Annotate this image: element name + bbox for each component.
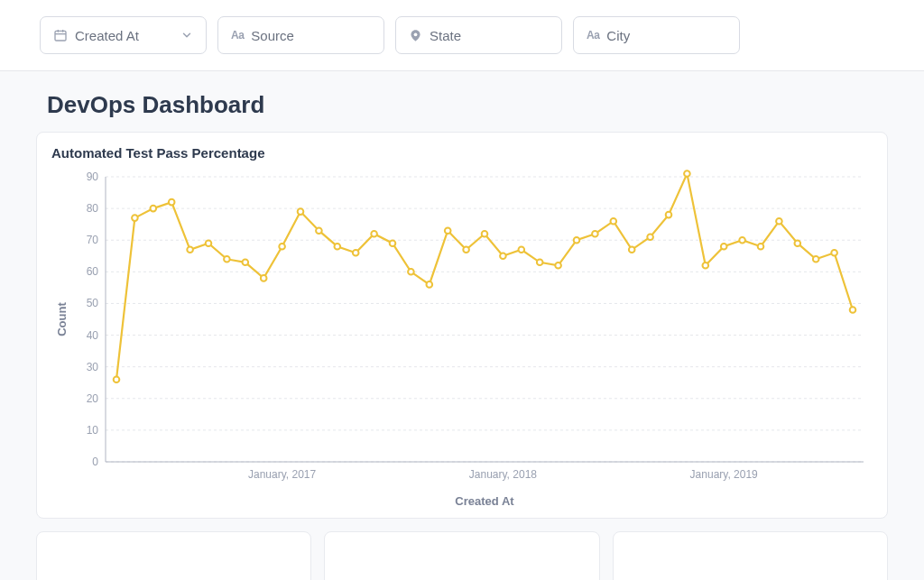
filter-state[interactable]: State: [395, 16, 562, 54]
svg-point-55: [574, 237, 580, 244]
svg-point-62: [703, 262, 709, 269]
page-title: DevOps Dashboard: [47, 91, 888, 119]
svg-point-69: [831, 250, 837, 256]
filter-created-at[interactable]: Created At: [40, 16, 207, 54]
svg-point-39: [279, 244, 285, 250]
svg-point-40: [298, 208, 304, 215]
svg-point-60: [666, 212, 672, 218]
filter-bar: Created At Aa Source State Aa City: [0, 0, 924, 71]
svg-text:30: 30: [87, 361, 99, 373]
svg-text:January, 2018: January, 2018: [469, 468, 537, 481]
svg-point-49: [463, 247, 469, 253]
svg-text:Count: Count: [55, 302, 69, 336]
svg-point-43: [353, 250, 359, 256]
svg-point-42: [335, 244, 341, 250]
svg-point-59: [647, 234, 653, 240]
svg-text:80: 80: [87, 202, 99, 215]
svg-point-58: [629, 247, 635, 253]
text-field-icon: Aa: [587, 29, 599, 41]
filter-label: Source: [251, 28, 371, 43]
svg-text:10: 10: [87, 424, 99, 437]
svg-text:40: 40: [87, 329, 99, 342]
svg-point-66: [776, 218, 782, 225]
svg-point-32: [151, 206, 157, 212]
svg-point-68: [813, 256, 819, 262]
svg-point-52: [519, 247, 525, 253]
svg-text:70: 70: [87, 234, 99, 246]
svg-text:January, 2017: January, 2017: [248, 468, 316, 481]
svg-text:60: 60: [87, 265, 99, 278]
svg-point-45: [390, 240, 396, 246]
filter-label: City: [606, 28, 726, 43]
svg-text:20: 20: [87, 392, 99, 405]
stat-card-3: 48: [613, 531, 888, 580]
filter-label: State: [430, 28, 549, 43]
svg-rect-0: [55, 31, 66, 41]
svg-point-54: [555, 262, 561, 269]
svg-point-41: [316, 227, 322, 234]
svg-point-63: [721, 244, 727, 250]
svg-point-64: [739, 237, 745, 244]
svg-text:January, 2019: January, 2019: [690, 468, 758, 481]
svg-point-48: [445, 227, 451, 234]
svg-point-33: [169, 199, 175, 206]
svg-point-36: [224, 256, 230, 262]
svg-point-4: [414, 32, 418, 36]
svg-point-35: [206, 240, 212, 246]
svg-point-46: [408, 269, 414, 275]
svg-point-51: [500, 253, 506, 260]
svg-point-31: [132, 215, 138, 221]
svg-point-56: [592, 231, 598, 237]
filter-label: Created At: [75, 28, 170, 43]
chart-plot-area: 0102030405060708090January, 2017January,…: [51, 168, 873, 511]
chevron-down-icon: [180, 29, 193, 41]
stat-card-1: 2,500: [36, 531, 311, 580]
svg-point-65: [758, 244, 764, 250]
svg-point-50: [482, 231, 488, 237]
stat-card-2: 0: [324, 531, 599, 580]
svg-point-34: [187, 247, 193, 253]
svg-point-61: [684, 170, 690, 177]
stats-row: 2,500 0 48: [36, 531, 888, 580]
calendar-icon: [53, 28, 68, 42]
svg-point-47: [427, 281, 433, 288]
svg-point-57: [611, 218, 617, 225]
filter-city[interactable]: Aa City: [573, 16, 740, 54]
svg-point-70: [850, 307, 856, 313]
svg-point-37: [243, 260, 249, 266]
location-pin-icon: [409, 29, 422, 42]
svg-point-38: [261, 275, 267, 281]
svg-text:Created At: Created At: [455, 494, 514, 508]
text-field-icon: Aa: [231, 29, 244, 41]
chart-title: Automated Test Pass Percentage: [51, 145, 873, 161]
filter-source[interactable]: Aa Source: [217, 16, 384, 54]
svg-text:0: 0: [92, 456, 98, 468]
svg-text:90: 90: [87, 170, 99, 183]
svg-point-67: [795, 240, 801, 246]
chart-card: Automated Test Pass Percentage 010203040…: [36, 132, 888, 519]
svg-point-30: [114, 376, 120, 382]
svg-point-44: [371, 231, 377, 237]
svg-text:50: 50: [87, 297, 99, 309]
svg-point-53: [537, 260, 543, 266]
